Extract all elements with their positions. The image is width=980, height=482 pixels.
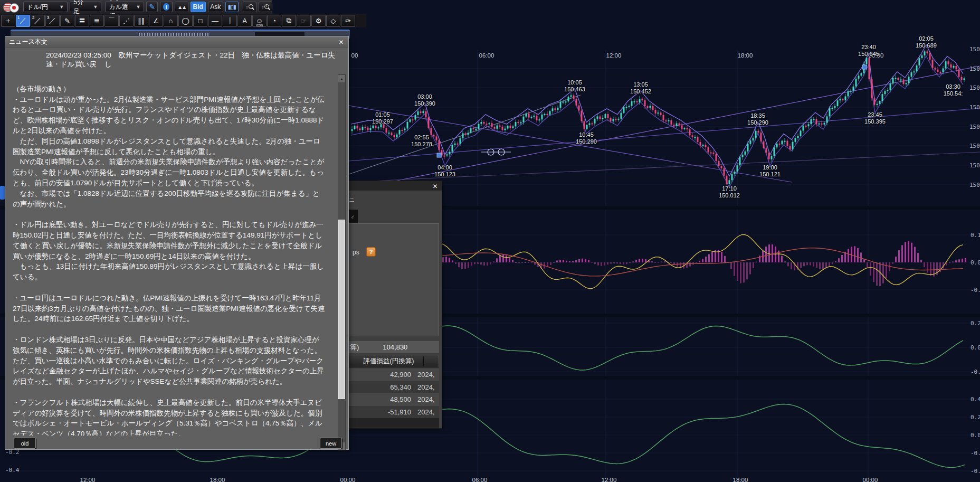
pl-column-header[interactable]: 評価損益(円換算)	[348, 357, 423, 366]
fibonacci-retracement-tool[interactable]: ∥∥	[134, 15, 148, 27]
news-body-text: （各市場の動き） ・ユーロドルは頭が重かった。2月仏製造業・サービス部門PMI速…	[13, 73, 336, 436]
bid-toggle[interactable]: Bid	[191, 2, 206, 12]
order-settings-panel: ps ?	[348, 223, 439, 336]
info-button[interactable]: i	[160, 2, 173, 12]
currency-pair-flags	[3, 2, 21, 12]
news-window-titlebar[interactable]: ニュース本文	[5, 36, 348, 48]
icon-stamp-tool[interactable]: ☺ICON	[252, 15, 267, 27]
japan-flag-icon	[9, 3, 19, 13]
trendline-3-tool[interactable]: 3／	[45, 15, 60, 27]
chevron-down-icon: ▼	[59, 4, 64, 10]
news-window-title: ニュース本文	[9, 37, 47, 46]
trade-date-fragment: 2024,	[417, 395, 435, 403]
chevron-down-icon: ▼	[93, 4, 98, 10]
parallel-lines-tool[interactable]: 〓	[75, 15, 89, 27]
trading-app: { "toolbar": { "symbol": "ドル/円", "timefr…	[0, 0, 980, 482]
position-window-tab[interactable]: ィ	[347, 210, 358, 224]
total-pl-value: 104,830	[383, 343, 407, 351]
hidden-label-fragment: ニ	[349, 196, 355, 204]
pl-table-row[interactable]: 42,9002024,	[348, 368, 439, 381]
link-tool[interactable]: ✑	[341, 15, 355, 27]
technical-select[interactable]: テクニカル選択 ▼	[105, 2, 144, 12]
pl-value: 42,900	[348, 371, 411, 379]
vertical-line-tool[interactable]: ｜	[223, 15, 237, 27]
pl-value: 65,340	[348, 383, 411, 391]
pl-table-body: 42,9002024,65,3402024,48,5002024,-51,910…	[348, 368, 439, 418]
pips-label-fragment: ps	[353, 249, 359, 256]
scrollbar-thumb[interactable]	[338, 220, 345, 399]
gann-fan-tool[interactable]: ∠	[149, 15, 163, 27]
trendline-tool[interactable]: 1／	[16, 15, 30, 27]
trendline-2-tool[interactable]: 2／	[31, 15, 45, 27]
column-separator	[423, 356, 424, 366]
pentagon-tool[interactable]: ⌂	[164, 15, 178, 27]
eraser-tool[interactable]: ◇	[326, 15, 340, 27]
drawing-toolbar: ＋1／2／3／✎〓≣⌒⋰∥∥∠⌂◯□—｜A☺ICON◔⧉☞⚙◇✑	[0, 14, 366, 27]
settings-wrench-tool[interactable]: ⚙	[311, 15, 326, 27]
symbol-select[interactable]: ドル/円 ▼	[23, 2, 68, 12]
pl-table-row[interactable]: 48,5002024,	[348, 393, 439, 406]
news-headline: 2024/02/23 03:25:00 欧州マーケットダイジェスト・22日 独・…	[5, 51, 340, 69]
zoom-out-button[interactable]: ↕	[243, 2, 256, 12]
rectangle-tool[interactable]: □	[193, 15, 207, 27]
pan-hand-tool[interactable]: ☞	[297, 15, 311, 27]
pl-value: 48,500	[348, 395, 411, 403]
trade-date-fragment: 2024,	[417, 371, 435, 379]
pencil-ruler-tool[interactable]: ✎	[60, 15, 74, 27]
old-button[interactable]: old	[14, 438, 36, 449]
scroll-up-icon[interactable]: ▲	[338, 75, 345, 82]
vertical-arrows-icon: ↕	[262, 4, 264, 10]
ellipse-tool[interactable]: ◯	[178, 15, 193, 27]
help-icon[interactable]: ?	[366, 247, 376, 257]
timeframe-select[interactable]: 5分足 ▼	[70, 2, 101, 12]
candle-chart-button[interactable]: ▮▯▮	[225, 2, 239, 12]
vertical-arrows-icon: ↕	[246, 4, 249, 10]
left-edge-widget[interactable]	[0, 186, 5, 200]
news-window: ニュース本文 ✕ 2024/02/23 03:25:00 欧州マーケットダイジェ…	[5, 36, 349, 450]
total-pl-row: 算) 104,830	[348, 341, 439, 353]
pl-table-row[interactable]: -51,9102024,	[348, 406, 439, 419]
news-headline-wrap: し	[104, 60, 112, 69]
zoom-in-button[interactable]: ↕+	[259, 2, 272, 12]
close-icon[interactable]: ✕	[431, 182, 439, 190]
total-pl-label-fragment: 算)	[350, 343, 359, 352]
horizontal-line-tool[interactable]: —	[208, 15, 222, 27]
main-toolbar: ドル/円 ▼ 5分足 ▼ テクニカル選択 ▼ ✎ i ▲▲ Bid Ask ▮▯…	[0, 0, 272, 14]
text-tool[interactable]: A	[237, 15, 252, 27]
copy-object-tool[interactable]: ⧉	[282, 15, 296, 27]
trade-date-fragment: 2024,	[417, 408, 435, 416]
area-chart-button[interactable]: ▲▲	[175, 2, 188, 12]
chevron-down-icon: ▼	[136, 4, 141, 10]
table-footer-band	[348, 418, 439, 428]
fibonacci-fan-tool[interactable]: ⋰	[119, 15, 134, 27]
pl-table-header[interactable]: 評価損益(円換算)	[348, 355, 439, 367]
fibonacci-arc-tool[interactable]: ⌒	[104, 15, 119, 27]
news-scrollbar[interactable]: ▲ ▼	[338, 74, 346, 450]
draw-pencil-button[interactable]: ✎	[146, 2, 158, 12]
candlestick-icon: ▮▯▮	[228, 4, 236, 11]
zoom-in-icon: +	[264, 4, 269, 10]
pl-table-row[interactable]: 65,3402024,	[348, 381, 439, 394]
mountain-icon: ▲▲	[177, 4, 186, 10]
crosshair-tool[interactable]: ＋	[1, 15, 15, 27]
close-icon[interactable]: ✕	[337, 38, 345, 46]
pl-value: -51,910	[348, 408, 411, 416]
multi-lines-tool[interactable]: ≣	[90, 15, 104, 27]
trade-date-fragment: 2024,	[417, 383, 435, 391]
info-icon: i	[163, 3, 169, 11]
pencil-icon: ✎	[149, 3, 156, 11]
time-marker-tool[interactable]: ◔	[267, 15, 281, 27]
symbol-select-value: ドル/円	[27, 3, 48, 12]
ask-toggle[interactable]: Ask	[208, 2, 223, 12]
new-button[interactable]: new	[320, 438, 342, 449]
zoom-out-icon	[249, 4, 253, 10]
